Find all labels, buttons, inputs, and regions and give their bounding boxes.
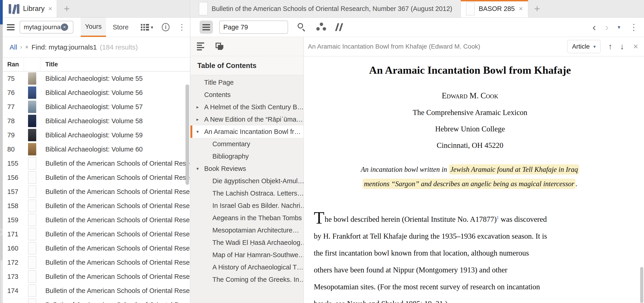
tab-library[interactable]: Library ×: [3, 0, 57, 17]
article-author: Edward M. Cook: [314, 91, 626, 101]
toc-item[interactable]: A History of Archaeological T…: [190, 261, 304, 273]
toc-item[interactable]: Mesopotamian Architecture…: [190, 224, 304, 236]
body-line: Mesopotamian sites. (For the most recent…: [314, 278, 626, 295]
table-row[interactable]: 174 Bulletin of the American Schools of …: [3, 283, 190, 298]
row-title: Bulletin of the American Schools of Orie…: [40, 245, 190, 252]
body-line: bowls, see Naveh and Shaked 1985: 19–21.…: [314, 295, 626, 303]
toc-item[interactable]: The Lachish Ostraca. Letters…: [190, 187, 304, 199]
row-title: Bulletin of the American Schools of Orie…: [40, 174, 190, 181]
reader-overflow-menu-icon[interactable]: ⋮: [630, 24, 638, 31]
toc-item[interactable]: Aegeans in the Theban Tombs: [190, 212, 304, 224]
tab-bulletin[interactable]: Bulletin of the American Schools of Orie…: [190, 0, 461, 17]
close-article-view-icon[interactable]: ×: [633, 43, 638, 51]
expand-icon[interactable]: ▸: [196, 117, 199, 122]
row-rank: 159: [3, 216, 24, 224]
toc-item[interactable]: Commentary: [190, 138, 304, 150]
table-row[interactable]: 157 Bulletin of the American Schools of …: [3, 185, 190, 199]
library-search-box[interactable]: ×: [20, 21, 74, 34]
back-icon[interactable]: ‹: [592, 22, 596, 32]
breadcrumb-find-label: Find: mytag:journals1: [32, 43, 97, 51]
collapse-icon[interactable]: ▾: [196, 166, 199, 171]
table-row[interactable]: 156 Bulletin of the American Schools of …: [3, 170, 190, 185]
toc-item[interactable]: In Israel Gab es Bilder. Nachri…: [190, 199, 304, 212]
table-row[interactable]: 80 Biblical Archaeologist: Volume 60: [3, 142, 190, 156]
toc-item-selected[interactable]: ▾An Aramaic Incantation Bowl fr…: [190, 126, 304, 138]
table-row[interactable]: 171 Bulletin of the American Schools of …: [3, 227, 190, 241]
table-row[interactable]: 77 Biblical Archaeologist: Volume 57: [3, 100, 190, 114]
table-row[interactable]: Bulletin of the American Schools of Orie…: [3, 298, 190, 303]
remove-filter-icon[interactable]: ×: [25, 44, 28, 51]
previous-article-button[interactable]: ↑: [608, 43, 612, 51]
library-list-scrollbar[interactable]: [186, 84, 189, 185]
table-row[interactable]: 172 Bulletin of the American Schools of …: [3, 255, 190, 269]
toc-item[interactable]: The Wadi El Ḥasā Archaeolog…: [190, 236, 304, 249]
column-header-title[interactable]: Title: [40, 61, 190, 68]
parallel-resources-icon[interactable]: [336, 23, 342, 31]
library-search-input[interactable]: [23, 23, 61, 31]
table-row[interactable]: 159 Bulletin of the American Schools of …: [3, 213, 190, 227]
tab-basor-active[interactable]: BASOR 285 ×: [461, 0, 528, 17]
toc-toolbar: [190, 37, 304, 56]
toc-item[interactable]: Title Page: [190, 76, 304, 89]
toc-item[interactable]: Die ägyptischen Objekt-Amul…: [190, 175, 304, 187]
book-cover-thumbnail: [28, 143, 36, 155]
toc-item[interactable]: Contents: [190, 89, 304, 101]
table-row[interactable]: 160 Bulletin of the American Schools of …: [3, 241, 190, 255]
toc-item[interactable]: ▸A Helmet of the Sixth Century B…: [190, 101, 304, 113]
toc-item[interactable]: Map of Har Ḥamran-Southwe…: [190, 249, 304, 261]
toc-item[interactable]: ▸A New Edition of the “Rāpiʾūma…: [190, 113, 304, 126]
tab-basor-label: BASOR 285: [479, 5, 515, 13]
table-row[interactable]: 78 Biblical Archaeologist: Volume 58: [3, 114, 190, 128]
toc-panel-toggle-button[interactable]: [200, 21, 213, 34]
library-overflow-menu-icon[interactable]: ⋮: [178, 24, 186, 31]
collapse-icon[interactable]: ▾: [196, 129, 199, 134]
book-cover-thumbnail: [28, 87, 36, 99]
journal-cover-thumbnail: [28, 214, 36, 226]
visual-filters-icon[interactable]: [316, 23, 326, 32]
expand-icon[interactable]: ▸: [196, 104, 199, 110]
row-title: Biblical Archaeologist: Volume 58: [40, 117, 190, 125]
row-title: Bulletin of the American Schools of Orie…: [40, 160, 190, 167]
footnote-marker[interactable]: 1: [497, 215, 499, 220]
table-row[interactable]: 76 Biblical Archaeologist: Volume 56: [3, 86, 190, 100]
column-header-thumbnail[interactable]: [24, 58, 40, 71]
toc-item[interactable]: ▾Book Reviews: [190, 162, 304, 175]
view-mode-dropdown[interactable]: Article ▾: [567, 40, 600, 53]
toc-list-icon[interactable]: [197, 43, 204, 51]
table-row[interactable]: 155 Bulletin of the American Schools of …: [3, 156, 190, 170]
info-icon[interactable]: i: [162, 23, 170, 31]
table-row[interactable]: 158 Bulletin of the American Schools of …: [3, 199, 190, 213]
reader-content: Table of Contents Title Page Contents ▸A…: [190, 37, 644, 303]
pages-icon[interactable]: [216, 43, 224, 51]
toc-item[interactable]: The Coming of the Greeks. In…: [190, 273, 304, 286]
forward-icon-disabled[interactable]: ›: [605, 22, 608, 32]
toc-sidebar: Table of Contents Title Page Contents ▸A…: [190, 37, 304, 303]
search-icon[interactable]: [297, 23, 306, 32]
article-pane: An Aramaic Incantation Bowl from Khafaje…: [304, 37, 644, 303]
new-tab-button[interactable]: +: [64, 4, 70, 14]
history-dropdown-icon[interactable]: ▾: [618, 25, 620, 30]
journal-cover-thumbnail: [28, 284, 36, 297]
new-reader-tab-button[interactable]: +: [534, 4, 540, 14]
abstract-line: An incantation bowl written in Jewish Ar…: [314, 162, 626, 177]
journal-cover-thumbnail: [28, 228, 36, 240]
column-header-rank[interactable]: Ran: [3, 61, 24, 68]
table-row[interactable]: 79 Biblical Archaeologist: Volume 59: [3, 128, 190, 142]
menu-icon[interactable]: [7, 24, 14, 30]
table-row[interactable]: 173 Bulletin of the American Schools of …: [3, 269, 190, 283]
close-tab-icon[interactable]: ×: [48, 5, 52, 12]
article-scrollbar[interactable]: [640, 267, 643, 303]
toc-item[interactable]: Bibliography: [190, 150, 304, 162]
tab-yours[interactable]: Yours: [81, 18, 106, 37]
close-tab-icon[interactable]: ×: [519, 5, 523, 12]
breadcrumb-all-link[interactable]: All: [10, 43, 17, 51]
row-rank: 75: [3, 75, 24, 82]
background-window-sliver: [0, 0, 3, 25]
tab-store[interactable]: Store: [110, 18, 132, 37]
table-row[interactable]: 75 Biblical Archaeologist: Volume 55: [3, 71, 190, 86]
next-article-button[interactable]: ↓: [620, 43, 624, 51]
page-reference-input[interactable]: [219, 21, 288, 34]
view-selector-icon[interactable]: ▾: [141, 24, 153, 31]
clear-search-icon[interactable]: ×: [61, 24, 68, 31]
body-line: by H. Frankfort at Tell Khafaje during t…: [314, 228, 626, 245]
